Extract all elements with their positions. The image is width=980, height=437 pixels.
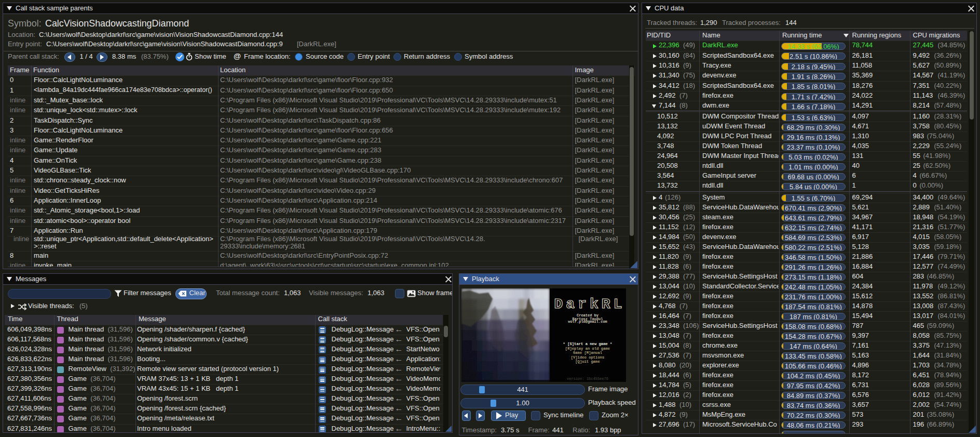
svg-text:DarkRL: DarkRL: [554, 296, 622, 312]
